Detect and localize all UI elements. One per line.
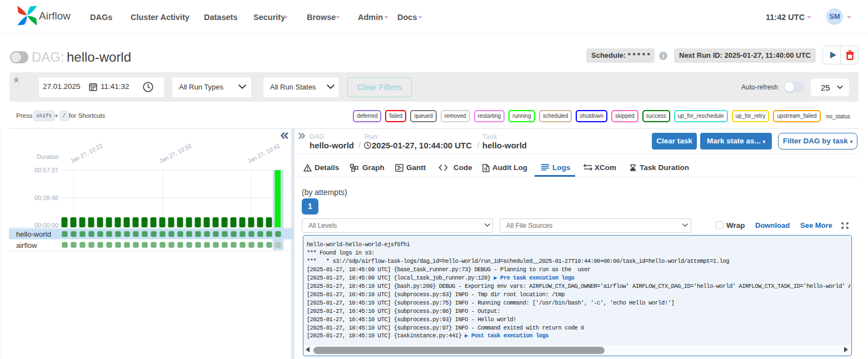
svg-text:Jan 27, 10:42: Jan 27, 10:42	[246, 142, 281, 164]
svg-text:Jan 27, 10:32: Jan 27, 10:32	[158, 142, 192, 164]
svg-text:hello-world: hello-world	[16, 230, 51, 238]
svg-text:Duration: Duration	[37, 153, 59, 160]
svg-text:00:00:00: 00:00:00	[34, 222, 58, 228]
svg-text:00:57:37: 00:57:37	[34, 167, 58, 173]
svg-text:00:28:48: 00:28:48	[34, 195, 58, 201]
svg-text:airflow: airflow	[16, 241, 37, 250]
svg-text:Jan 27, 10:22: Jan 27, 10:22	[69, 142, 103, 164]
